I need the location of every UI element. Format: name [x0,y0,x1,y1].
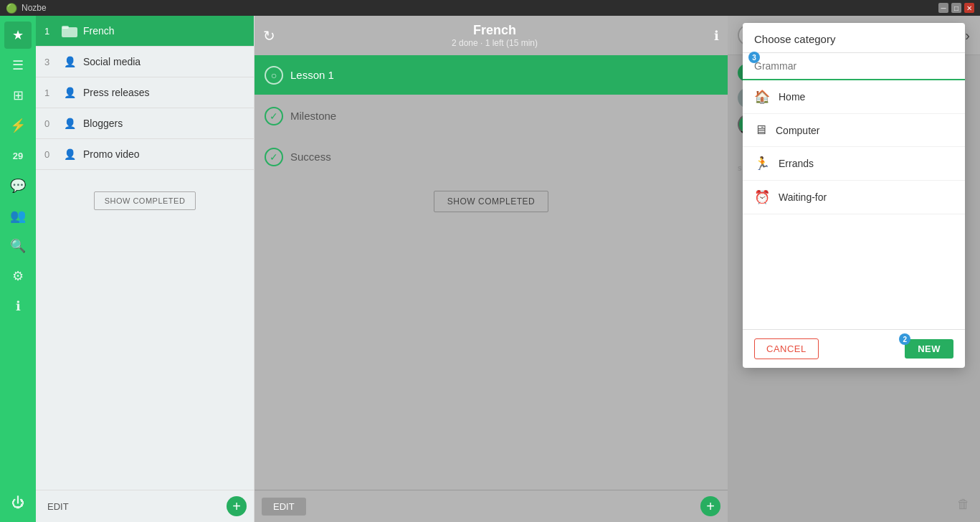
modal-search-wrapper: 3 [754,59,953,73]
sidebar-icon-lightning[interactable]: ⚡ [4,112,32,139]
task-name-lesson1: Lesson 1 [290,69,334,81]
tasks-header: ↻ French 2 done · 1 left (15 min) ℹ [254,16,728,55]
titlebar-controls: ─ □ ✕ [938,3,974,13]
tasks-subtitle: 2 done · 1 left (15 min) [452,38,538,48]
sidebar-icon-help[interactable]: ℹ [4,293,32,320]
category-item-waiting-for[interactable]: ⏰ Waiting-for [743,181,965,214]
category-item-errands[interactable]: 🏃 Errands [743,147,965,181]
svg-rect-1 [62,26,69,29]
task-check-milestone[interactable]: ✓ [265,107,283,125]
app-body: ★ ☰ ⊞ ⚡ 29 💬 👥 🔍 ⚙ ℹ ⏻ 1 French 3 👤 [0,16,980,522]
project-count-social-media: 3 [44,57,56,67]
task-item-lesson1[interactable]: ○ Lesson 1 [254,55,728,95]
search-badge: 3 [748,52,760,63]
tasks-edit-button[interactable]: EDIT [262,498,306,516]
project-name-press-releases: Press releases [83,87,245,98]
project-count-press-releases: 1 [44,87,56,98]
sidebar-icon-star[interactable]: ★ [4,22,32,49]
person-icon-4: 👤 [62,146,77,162]
project-item-bloggers[interactable]: 0 👤 Bloggers [36,108,254,139]
project-name-bloggers: Bloggers [83,118,245,129]
choose-category-modal: Choose category 3 🏠 Home 🖥 Computer [743,23,965,368]
computer-icon: 🖥 [754,123,767,138]
show-completed-button[interactable]: SHOW COMPLETED [94,191,196,210]
svg-rect-0 [62,27,77,37]
task-name-success: Success [290,151,331,163]
modal-new-wrapper: 2 NEW [905,339,953,359]
project-count-bloggers: 0 [44,118,56,129]
folder-icon [62,23,77,39]
task-check-lesson1[interactable]: ○ [265,66,283,85]
titlebar-left: 🟢 Nozbe [6,3,47,14]
project-item-social-media[interactable]: 3 👤 Social media [36,47,254,77]
sidebar-icon-search[interactable]: 🔍 [4,232,32,260]
app-name: Nozbe [22,3,47,13]
errands-icon: 🏃 [754,156,770,171]
project-count-promo-video: 0 [44,149,56,160]
close-button[interactable]: ✕ [964,3,974,13]
sidebar-icon-settings[interactable]: ⚙ [4,262,32,290]
person-icon: 👤 [62,54,77,70]
add-task-button[interactable]: + [700,496,720,516]
modal-new-button[interactable]: NEW [905,339,953,359]
task-check-success[interactable]: ✓ [265,148,283,166]
category-item-home[interactable]: 🏠 Home [743,80,965,114]
person-icon-3: 👤 [62,115,77,131]
modal-footer: CANCEL 2 NEW [743,329,965,368]
project-name-promo-video: Promo video [83,148,245,160]
task-item-success[interactable]: ✓ Success [254,137,728,176]
sidebar-icon-calendar[interactable]: 29 [4,142,32,169]
project-item-press-releases[interactable]: 1 👤 Press releases [36,77,254,108]
projects-panel: 1 French 3 👤 Social media 1 👤 Press rele… [36,16,254,522]
sidebar-icon-inbox[interactable]: ☰ [4,52,32,79]
modal-header: Choose category [743,23,965,53]
project-name-french: French [83,25,245,37]
category-item-computer[interactable]: 🖥 Computer [743,114,965,147]
show-completed-tasks-area: SHOW COMPLETED [254,176,728,490]
waiting-icon: ⏰ [754,189,770,205]
project-item-promo-video[interactable]: 0 👤 Promo video [36,139,254,170]
tasks-title: French [452,23,538,38]
person-icon-2: 👤 [62,85,77,100]
sidebar-icon-power[interactable]: ⏻ [4,489,32,516]
tasks-panel: ↻ French 2 done · 1 left (15 min) ℹ ○ Le… [254,16,728,522]
show-completed-tasks-button[interactable]: SHOW COMPLETED [434,191,548,212]
project-count-french: 1 [44,26,56,37]
projects-edit-button[interactable]: EDIT [43,500,73,513]
tasks-header-center: French 2 done · 1 left (15 min) [452,23,538,48]
info-icon[interactable]: ℹ [714,28,719,44]
sidebar-icons: ★ ☰ ⊞ ⚡ 29 💬 👥 🔍 ⚙ ℹ ⏻ [0,16,36,522]
choose-category-overlay: Choose category 3 🏠 Home 🖥 Computer [728,16,980,522]
detail-panel: Lesson 1 ≡ › 📁 French ⏱ 15 min 📅 10 Aug … [728,16,980,522]
task-name-milestone: Milestone [290,110,336,122]
app-icon: 🟢 [6,3,17,14]
home-icon: 🏠 [754,89,770,105]
modal-cancel-button[interactable]: CANCEL [754,338,819,359]
task-item-milestone[interactable]: ✓ Milestone [254,96,728,136]
project-name-social-media: Social media [83,56,245,67]
projects-footer: EDIT + [36,490,254,522]
sidebar-icon-people[interactable]: 👥 [4,202,32,229]
tasks-footer: EDIT + [254,490,728,522]
titlebar: 🟢 Nozbe ─ □ ✕ [0,0,980,16]
minimize-button[interactable]: ─ [938,3,948,13]
modal-input-row: 3 [743,53,965,80]
category-search-input[interactable] [754,59,953,73]
project-item-french[interactable]: 1 French [36,16,254,47]
refresh-icon[interactable]: ↻ [263,27,275,44]
add-project-button[interactable]: + [227,496,247,516]
sidebar-icon-comments[interactable]: 💬 [4,172,32,199]
maximize-button[interactable]: □ [951,3,961,13]
sidebar-icon-grid[interactable]: ⊞ [4,82,32,109]
